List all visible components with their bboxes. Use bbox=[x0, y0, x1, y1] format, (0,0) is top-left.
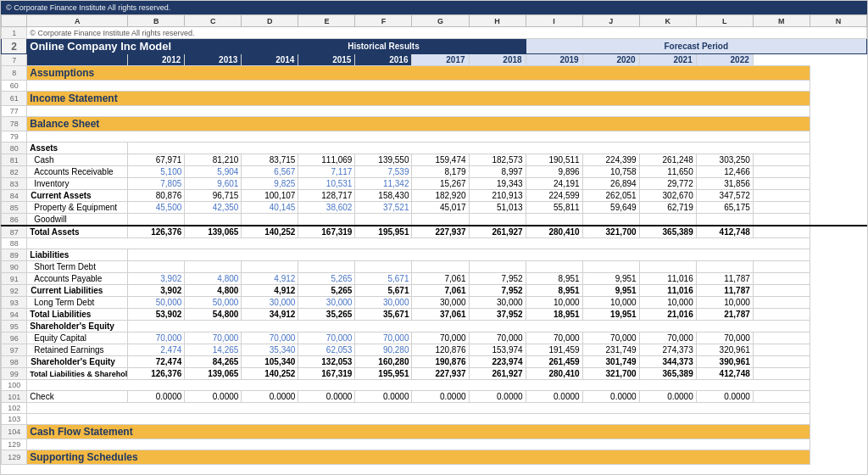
ap-label: Accounts Payable bbox=[27, 273, 128, 285]
rownum-83: 83 bbox=[2, 178, 27, 190]
rownum-1: 1 bbox=[2, 27, 27, 39]
ar-2021: 11,650 bbox=[639, 166, 696, 178]
row-94-tl: 94 Total Liabilities 53,902 54,800 34,91… bbox=[2, 309, 867, 321]
ap-2022: 11,787 bbox=[696, 273, 753, 285]
inv-2019: 24,191 bbox=[526, 178, 582, 190]
check-2021: 0.0000 bbox=[639, 391, 696, 403]
std-2021 bbox=[639, 261, 696, 273]
ltd-2014: 30,000 bbox=[242, 297, 298, 309]
ppe-2014: 40,145 bbox=[242, 202, 298, 214]
ca-2013: 96,715 bbox=[185, 190, 242, 202]
inv-2015: 10,531 bbox=[298, 178, 355, 190]
std-n bbox=[753, 261, 810, 273]
income-statement-row: 61 Income Statement bbox=[2, 92, 867, 106]
liab-empty bbox=[128, 249, 810, 261]
re-2019: 191,459 bbox=[526, 344, 582, 356]
cash-2015: 111,069 bbox=[298, 154, 355, 166]
empty-60 bbox=[27, 81, 810, 92]
empty-100 bbox=[27, 380, 810, 391]
row-84-ca: 84 Current Assets 80,876 96,715 100,107 … bbox=[2, 190, 867, 202]
re-2018: 153,974 bbox=[469, 344, 526, 356]
ca-2015: 128,717 bbox=[298, 190, 355, 202]
ar-2019: 9,896 bbox=[526, 166, 582, 178]
tl-2022: 21,787 bbox=[696, 309, 753, 321]
row-100: 100 bbox=[2, 380, 867, 391]
tl-2018: 37,952 bbox=[469, 309, 526, 321]
ap-2015: 5,265 bbox=[298, 273, 355, 285]
inv-2017: 15,267 bbox=[412, 178, 469, 190]
re-2022: 320,961 bbox=[696, 344, 753, 356]
ap-n bbox=[753, 273, 810, 285]
year-2014: 2014 bbox=[242, 54, 298, 66]
cl-2021: 11,016 bbox=[639, 285, 696, 297]
tlse-2012: 126,376 bbox=[128, 368, 185, 380]
col-header-j: J bbox=[582, 15, 639, 27]
row-99-tlse: 99 Total Liabilities & Shareholder's Equ… bbox=[2, 368, 867, 380]
ta-2017: 227,937 bbox=[412, 226, 469, 238]
tlse-2020: 321,700 bbox=[582, 368, 639, 380]
rownum-77: 77 bbox=[2, 106, 27, 117]
balance-sheet-row: 78 Balance Sheet bbox=[2, 117, 867, 131]
check-2014: 0.0000 bbox=[242, 391, 298, 403]
supporting-section: Supporting Schedules bbox=[27, 450, 810, 465]
re-2012: 2,474 bbox=[128, 344, 185, 356]
rownum-129: 129 bbox=[2, 450, 27, 465]
ec-2020: 70,000 bbox=[582, 332, 639, 344]
year-2018: 2018 bbox=[469, 54, 526, 66]
set-2014: 105,340 bbox=[242, 356, 298, 368]
cl-label: Current Liabilities bbox=[27, 285, 128, 297]
cash-2017: 159,474 bbox=[412, 154, 469, 166]
ppe-2015: 38,602 bbox=[298, 202, 355, 214]
ta-2020: 321,700 bbox=[582, 226, 639, 238]
ec-2012: 70,000 bbox=[128, 332, 185, 344]
ppe-2016: 37,521 bbox=[355, 202, 412, 214]
tlse-n bbox=[753, 368, 810, 380]
tlse-2019: 280,410 bbox=[526, 368, 582, 380]
ar-2020: 10,758 bbox=[582, 166, 639, 178]
copyright-cell: © Corporate Finance Institute All rights… bbox=[27, 27, 867, 39]
cash-2021: 261,248 bbox=[639, 154, 696, 166]
ap-2013: 4,800 bbox=[185, 273, 242, 285]
row-92-cl: 92 Current Liabilities 3,902 4,800 4,912… bbox=[2, 285, 867, 297]
ltd-2016: 30,000 bbox=[355, 297, 412, 309]
rownum-81: 81 bbox=[2, 154, 27, 166]
assets-label: Assets bbox=[27, 142, 128, 154]
ec-2021: 70,000 bbox=[639, 332, 696, 344]
income-statement-section: Income Statement bbox=[27, 92, 810, 106]
rownum-84: 84 bbox=[2, 190, 27, 202]
rownum-128: 129 bbox=[2, 439, 27, 450]
cl-2012: 3,902 bbox=[128, 285, 185, 297]
check-2019: 0.0000 bbox=[526, 391, 582, 403]
col-header-b: B bbox=[128, 15, 185, 27]
ppe-label: Property & Equipment bbox=[27, 202, 128, 214]
ap-2019: 8,951 bbox=[526, 273, 582, 285]
ltd-label: Long Term Debt bbox=[27, 297, 128, 309]
row-96-ec: 96 Equity Capital 70,000 70,000 70,000 7… bbox=[2, 332, 867, 344]
ppe-2018: 51,013 bbox=[469, 202, 526, 214]
cl-2020: 9,951 bbox=[582, 285, 639, 297]
set-n bbox=[753, 356, 810, 368]
cash-label: Cash bbox=[27, 154, 128, 166]
liabilities-label: Liabilities bbox=[27, 249, 128, 261]
ar-2022: 12,466 bbox=[696, 166, 753, 178]
check-2018: 0.0000 bbox=[469, 391, 526, 403]
set-2019: 261,459 bbox=[526, 356, 582, 368]
gw-2019 bbox=[526, 214, 582, 226]
rownum-87: 87 bbox=[2, 226, 27, 238]
col-header-c: C bbox=[185, 15, 242, 27]
tl-label: Total Liabilities bbox=[27, 309, 128, 321]
std-2017 bbox=[412, 261, 469, 273]
ap-2021: 11,016 bbox=[639, 273, 696, 285]
re-2016: 90,280 bbox=[355, 344, 412, 356]
cash-2013: 81,210 bbox=[185, 154, 242, 166]
rownum-96: 96 bbox=[2, 332, 27, 344]
tl-2012: 53,902 bbox=[128, 309, 185, 321]
rownum-98: 98 bbox=[2, 356, 27, 368]
std-2014 bbox=[242, 261, 298, 273]
empty-79 bbox=[27, 131, 810, 142]
ca-2021: 302,670 bbox=[639, 190, 696, 202]
row-81-cash: 81 Cash 67,971 81,210 83,715 111,069 139… bbox=[2, 154, 867, 166]
tlse-label: Total Liabilities & Shareholder's Equity bbox=[27, 368, 128, 380]
tlse-2021: 365,389 bbox=[639, 368, 696, 380]
row-91-ap: 91 Accounts Payable 3,902 4,800 4,912 5,… bbox=[2, 273, 867, 285]
